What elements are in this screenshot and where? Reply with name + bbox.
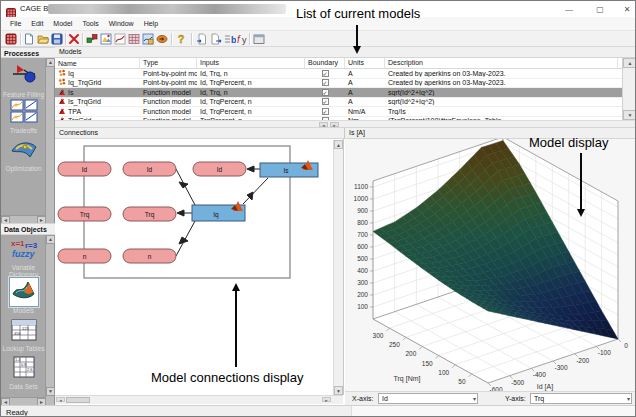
- menu-tools[interactable]: Tools: [77, 17, 103, 30]
- x-axis-label: X-axis:: [352, 395, 373, 402]
- new-project-icon[interactable]: [22, 32, 36, 46]
- boundary-checkbox[interactable]: ✓: [305, 108, 345, 115]
- model-inputs: Id, TrqPercent, n: [197, 108, 305, 115]
- boundary-checkbox[interactable]: ✓: [305, 70, 345, 77]
- window-icon[interactable]: [252, 32, 266, 46]
- data-objects-hscrollbar[interactable]: ◄►: [1, 397, 46, 405]
- arrow-head: [353, 46, 361, 54]
- model-fit-icon[interactable]: fy: [235, 32, 249, 46]
- model-inputs: Id, Trq, n: [197, 70, 305, 77]
- menu-window[interactable]: Window: [104, 17, 139, 30]
- table-row[interactable]: Is_TrqGridFunction modelId, TrqPercent, …: [55, 98, 622, 108]
- scroll-up-icon[interactable]: ▲: [623, 58, 636, 68]
- status-bar-right: [351, 406, 636, 417]
- optimization-icon: [10, 137, 38, 165]
- y-axis-value: Trq: [534, 395, 544, 402]
- help-icon[interactable]: ?: [174, 32, 188, 46]
- new-feature-icon[interactable]: [99, 32, 113, 46]
- sidebar-item-data-sets[interactable]: 1.40.82.6 Data Sets: [1, 355, 46, 390]
- scroll-down-icon[interactable]: ▼: [334, 386, 343, 395]
- open-project-icon[interactable]: [36, 32, 50, 46]
- processes-scrollbar[interactable]: ▲: [45, 58, 54, 223]
- col-inputs[interactable]: Inputs: [197, 58, 305, 68]
- menu-file[interactable]: File: [5, 17, 26, 30]
- table-row[interactable]: TPAFunction modelId, TrqPercent, n✓Nm/AT…: [55, 107, 622, 117]
- export-data-icon[interactable]: [209, 32, 223, 46]
- svg-text:-200: -200: [576, 357, 589, 364]
- sidebar-item-label: Data Sets: [1, 383, 46, 390]
- function-model-icon: [58, 107, 66, 116]
- scroll-down-icon[interactable]: ▼: [623, 110, 636, 120]
- sidebar-item-optimization[interactable]: Optimization: [1, 137, 46, 172]
- menu-edit[interactable]: Edit: [26, 17, 48, 30]
- table-row[interactable]: Iq_TrqGridPoint-by-point modelId, TrqPer…: [55, 79, 622, 89]
- scroll-up-icon[interactable]: ▲: [334, 140, 343, 149]
- models-table-header: Name Type Inputs Boundary Units Descript…: [55, 58, 622, 69]
- menu-model[interactable]: Model: [48, 17, 77, 30]
- model-name: Is: [55, 88, 140, 97]
- scroll-down-icon[interactable]: ▼: [46, 387, 55, 396]
- connections-hscrollbar[interactable]: ◄ ►: [55, 395, 343, 404]
- col-boundary[interactable]: Boundary: [305, 58, 345, 68]
- arrow-head: [577, 209, 585, 217]
- svg-text:700: 700: [357, 231, 368, 238]
- col-units[interactable]: Units: [345, 58, 385, 68]
- col-name[interactable]: Name: [55, 58, 140, 68]
- variable-dictionary-icon: x=1r=3fuzzy: [9, 238, 39, 264]
- sidebar-item-models[interactable]: Models: [1, 277, 46, 314]
- x-axis-select[interactable]: Id▾: [378, 393, 478, 404]
- scroll-left-icon[interactable]: ◄: [319, 122, 328, 127]
- col-description[interactable]: Description: [385, 58, 618, 68]
- svg-text:300: 300: [357, 279, 368, 286]
- annotation-models-list: List of current models: [296, 6, 420, 21]
- table-row[interactable]: IqPoint-by-point modelId, Trq, n✓ACreate…: [55, 69, 622, 79]
- connections-vscrollbar[interactable]: ▲ ▼: [333, 140, 343, 395]
- scrollbar-thumb[interactable]: [66, 397, 90, 403]
- new-function-model-icon[interactable]: [113, 32, 127, 46]
- new-lookup-table-icon[interactable]: [127, 32, 141, 46]
- new-model-icon[interactable]: [141, 32, 155, 46]
- model-inputs: Id, Trq, n: [197, 89, 305, 96]
- models-table-vscrollbar[interactable]: ▲ ▼: [622, 58, 636, 120]
- boundary-checkbox[interactable]: ✓: [305, 89, 345, 96]
- y-axis-select[interactable]: Trq▾: [530, 393, 632, 404]
- processes-header: Processes: [1, 47, 55, 58]
- processes-hscrollbar[interactable]: ◄►: [1, 215, 46, 223]
- maximize-button[interactable]: ▢: [589, 3, 611, 16]
- svg-text:0: 0: [624, 342, 628, 349]
- data-objects-scrollbar[interactable]: ▲▼: [45, 235, 54, 405]
- save-project-icon[interactable]: [50, 32, 64, 46]
- svg-text:fuzzy: fuzzy: [12, 249, 35, 259]
- scroll-up-icon[interactable]: ▲: [46, 235, 55, 244]
- delete-icon[interactable]: [67, 32, 81, 46]
- sidebar-item-label: Models: [1, 307, 46, 314]
- y-axis-label: Y-axis:: [505, 395, 526, 402]
- scroll-left-icon[interactable]: ◄: [56, 397, 65, 402]
- sidebar-item-feature-filling[interactable]: Feature Filling: [1, 61, 46, 98]
- boundary-checkbox[interactable]: ✓: [305, 79, 345, 86]
- scroll-right-icon[interactable]: ►: [330, 122, 339, 127]
- redacted-project-name: [48, 4, 286, 14]
- minimize-button[interactable]: —: [558, 3, 580, 16]
- surface-plot: 1002003004005006007008009001000110050100…: [345, 139, 636, 391]
- new-variable-icon[interactable]: [85, 32, 99, 46]
- table-row[interactable]: IsFunction modelId, Trq, n✓Asqrt(Id^2+Iq…: [55, 88, 622, 98]
- scroll-right-icon[interactable]: ►: [322, 397, 331, 402]
- col-type[interactable]: Type: [140, 58, 197, 68]
- axis-selector-row: X-axis: Id▾ Y-axis: Trq▾: [345, 391, 636, 405]
- scroll-up-icon[interactable]: ▲: [46, 58, 55, 67]
- import-data-icon[interactable]: [195, 32, 209, 46]
- models-table-hscrollbar[interactable]: ◄ ►: [55, 120, 636, 128]
- menu-help[interactable]: Help: [139, 17, 163, 30]
- sidebar-item-label: Optimization: [1, 165, 46, 172]
- sidebar-item-label: Lookup Tables: [1, 345, 46, 352]
- cage-app-icon[interactable]: [4, 32, 18, 46]
- boundary-checkbox[interactable]: ✓: [305, 98, 345, 105]
- sidebar-item-variable-dictionary[interactable]: x=1r=3fuzzy Variable Dictionary: [1, 238, 46, 278]
- close-button[interactable]: ✕: [616, 3, 636, 16]
- sidebar-item-lookup-tables[interactable]: 123456 Lookup Tables: [1, 319, 46, 352]
- model-type: Function model: [140, 108, 197, 115]
- import-icon[interactable]: [155, 32, 169, 46]
- model-units: A: [345, 89, 385, 96]
- sidebar-item-tradeoffs[interactable]: Tradeoffs: [1, 99, 46, 134]
